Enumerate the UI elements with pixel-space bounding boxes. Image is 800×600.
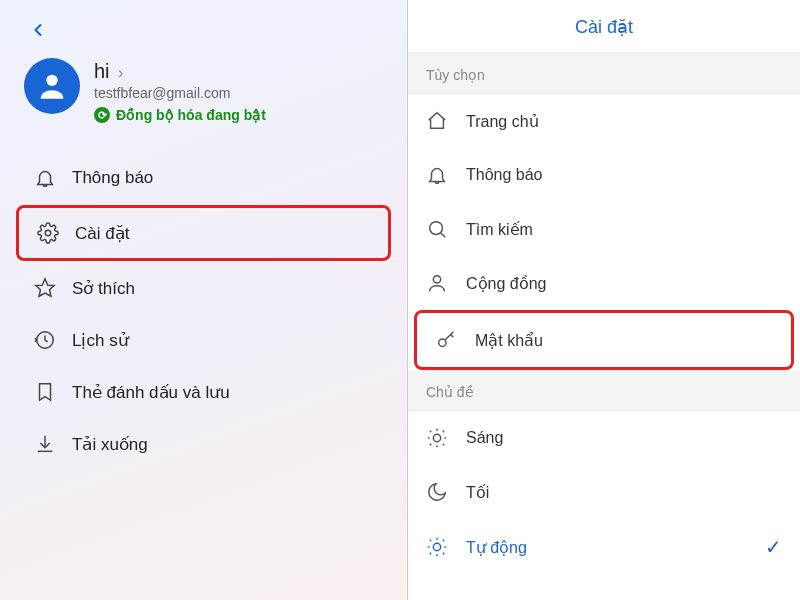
option-password[interactable]: Mật khẩu [414,310,794,370]
svg-marker-2 [36,279,54,296]
svg-line-14 [443,444,444,445]
option-label: Tìm kiếm [466,220,533,239]
bell-icon [426,164,448,186]
theme-label: Sáng [466,429,503,447]
account-pane: hi › testfbfear@gmail.com ⟳ Đồng bộ hóa … [0,0,408,600]
sun-icon [426,427,448,449]
section-options: Tùy chọn [408,53,800,94]
bookmark-icon [34,381,56,403]
theme-light[interactable]: Sáng [408,411,800,465]
avatar [24,58,80,114]
svg-line-16 [430,444,431,445]
option-label: Cộng đồng [466,274,547,293]
menu-history[interactable]: Lịch sử [16,315,391,365]
menu-label: Cài đặt [75,223,129,244]
options-list: Trang chủ Thông báo Tìm kiếm Cộng đồng M [408,94,800,370]
history-icon [34,329,56,351]
theme-auto[interactable]: Tự động ✓ [408,519,800,575]
option-label: Trang chủ [466,112,539,131]
option-label: Mật khẩu [475,331,543,350]
menu-label: Tải xuống [72,434,148,455]
svg-point-7 [439,339,446,346]
profile-block[interactable]: hi › testfbfear@gmail.com ⟳ Đồng bộ hóa … [0,52,407,141]
moon-icon [426,481,448,503]
menu-label: Lịch sử [72,330,129,351]
option-community[interactable]: Cộng đồng [408,256,800,310]
option-notifications[interactable]: Thông báo [408,148,800,202]
svg-line-15 [443,431,444,432]
sync-label: Đồng bộ hóa đang bật [116,107,266,123]
svg-point-17 [433,543,440,550]
star-icon [34,277,56,299]
svg-point-4 [430,222,443,235]
left-menu: Thông báo Cài đặt Sở thích Lịch sử Thẻ đ [0,141,407,469]
chevron-right-icon: › [114,64,123,81]
community-icon [426,272,448,294]
sync-icon: ⟳ [94,107,110,123]
section-theme: Chủ đề [408,370,800,411]
svg-line-5 [441,233,446,238]
menu-bookmarks[interactable]: Thẻ đánh dấu và lưu [16,367,391,417]
svg-point-6 [433,276,440,283]
bell-icon [34,167,56,189]
sun-icon [426,536,448,558]
theme-label: Tối [466,483,489,502]
profile-name: hi [94,60,110,82]
settings-pane: Cài đặt Tùy chọn Trang chủ Thông báo Tìm… [408,0,800,600]
settings-title: Cài đặt [408,0,800,53]
svg-line-13 [430,431,431,432]
download-icon [34,433,56,455]
svg-line-22 [430,540,431,541]
menu-label: Thẻ đánh dấu và lưu [72,382,230,403]
theme-label: Tự động [466,538,527,557]
svg-line-25 [430,553,431,554]
menu-settings[interactable]: Cài đặt [16,205,391,261]
search-icon [426,218,448,240]
profile-email: testfbfear@gmail.com [94,85,266,101]
menu-notifications[interactable]: Thông báo [16,153,391,203]
theme-dark[interactable]: Tối [408,465,800,519]
svg-line-23 [443,553,444,554]
theme-list: Sáng Tối Tự động ✓ [408,411,800,575]
sync-status: ⟳ Đồng bộ hóa đang bật [94,103,266,123]
option-label: Thông báo [466,166,543,184]
home-icon [426,110,448,132]
svg-point-1 [45,230,51,236]
svg-line-24 [443,540,444,541]
menu-label: Sở thích [72,278,135,299]
svg-point-0 [46,75,57,86]
menu-downloads[interactable]: Tải xuống [16,419,391,469]
option-home[interactable]: Trang chủ [408,94,800,148]
check-icon: ✓ [765,535,782,559]
gear-icon [37,222,59,244]
menu-interests[interactable]: Sở thích [16,263,391,313]
menu-label: Thông báo [72,168,153,188]
key-icon [435,329,457,351]
option-search[interactable]: Tìm kiếm [408,202,800,256]
back-button[interactable] [28,18,48,46]
svg-point-8 [433,434,440,441]
